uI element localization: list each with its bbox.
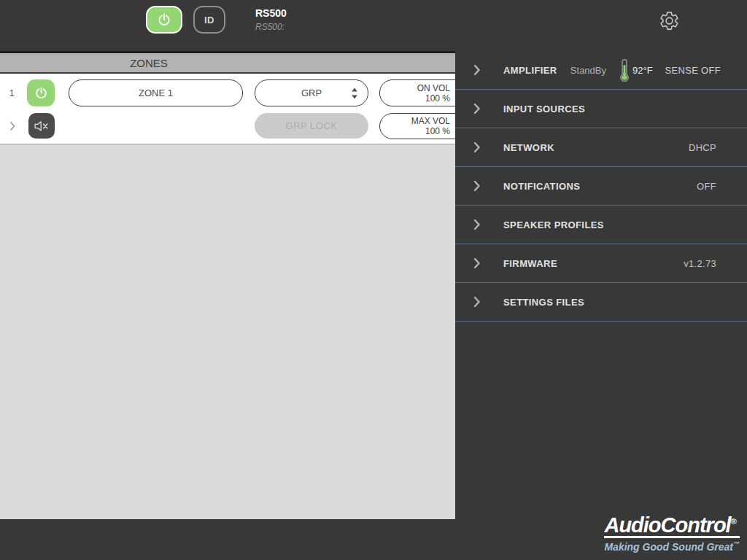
row-label: SPEAKER PROFILES [503, 219, 604, 230]
logo-text: AudioControl [604, 513, 730, 536]
group-lock-label: GRP LOCK [286, 120, 338, 131]
logo-underline [604, 536, 740, 538]
device-subtitle: RS500: [255, 22, 287, 32]
zones-panel: ZONES 1 GRP ON VOL 100 % [0, 51, 455, 519]
on-volume-label: ON VOL [417, 83, 450, 93]
select-arrows-icon [351, 88, 358, 99]
id-button[interactable]: ID [193, 6, 225, 34]
registered-mark: ® [731, 517, 737, 526]
zone-group-value: GRP [301, 88, 322, 98]
max-volume-value: 100 % [425, 126, 450, 136]
settings-row-input-sources[interactable]: INPUT SOURCES [455, 90, 747, 128]
row-label: NOTIFICATIONS [503, 181, 580, 192]
group-lock-button[interactable]: GRP LOCK [255, 113, 368, 139]
row-label: INPUT SOURCES [503, 104, 585, 114]
on-volume-button[interactable]: ON VOL 100 % [379, 79, 455, 106]
logo-wordmark: AudioControl® [604, 510, 740, 536]
chevron-right-icon [474, 219, 480, 230]
settings-row-speaker-profiles[interactable]: SPEAKER PROFILES [455, 206, 747, 244]
logo-tagline: Making Good Sound Great™ [604, 540, 740, 553]
id-button-label: ID [204, 15, 214, 26]
row-label: SETTINGS FILES [503, 297, 584, 308]
zone-number: 1 [4, 79, 19, 106]
audiocontrol-logo: AudioControl® Making Good Sound Great™ [604, 510, 740, 553]
chevron-right-icon [474, 181, 480, 191]
max-volume-label: MAX VOL [411, 116, 450, 126]
zone-expand-chevron[interactable] [6, 113, 19, 139]
zones-title: ZONES [130, 57, 168, 69]
amplifier-standby-status: StandBy [570, 65, 606, 76]
settings-row-network[interactable]: NETWORK DHCP [455, 128, 747, 167]
speaker-mute-icon [34, 120, 50, 133]
chevron-right-icon [474, 142, 480, 152]
device-info: RS500 RS500: [255, 7, 287, 32]
zone-power-button[interactable] [27, 79, 55, 106]
power-icon [157, 12, 171, 27]
device-name: RS500 [255, 7, 287, 19]
gear-icon [659, 10, 680, 31]
settings-row-settings-files[interactable]: SETTINGS FILES [455, 283, 747, 322]
row-value: OFF [697, 181, 716, 192]
chevron-right-icon [474, 258, 480, 268]
settings-row-firmware[interactable]: FIRMWARE v1.2.73 [455, 244, 747, 283]
amplifier-temperature: 92°F [632, 65, 653, 76]
settings-button[interactable] [657, 8, 681, 33]
settings-row-amplifier[interactable]: AMPLIFIER StandBy 92°F SENSE OFF [455, 51, 747, 90]
power-icon [34, 86, 48, 100]
amplifier-status: StandBy 92°F SENSE OFF [570, 58, 721, 82]
zone-mute-button[interactable] [28, 113, 55, 139]
row-label: AMPLIFIER [503, 65, 557, 76]
thermometer-icon [619, 58, 630, 82]
zones-header: ZONES [0, 51, 455, 74]
zone-group-select[interactable]: GRP [255, 79, 368, 106]
master-power-button[interactable] [146, 6, 182, 34]
chevron-right-icon [10, 122, 15, 131]
app-screen: ID RS500 RS500: ZONES 1 [0, 0, 747, 560]
row-value: DHCP [689, 142, 716, 153]
settings-panel: AMPLIFIER StandBy 92°F SENSE OFF [455, 51, 747, 322]
zone-name-input[interactable] [69, 79, 243, 106]
trademark-mark: ™ [733, 540, 740, 548]
top-bar: ID RS500 RS500: [0, 0, 747, 51]
chevron-right-icon [474, 65, 480, 75]
on-volume-value: 100 % [425, 93, 450, 104]
tagline-text: Making Good Sound Great [604, 541, 733, 553]
row-value: v1.2.73 [684, 258, 716, 269]
chevron-right-icon [474, 297, 480, 307]
row-label: FIRMWARE [503, 258, 557, 269]
settings-row-notifications[interactable]: NOTIFICATIONS OFF [455, 167, 747, 206]
row-label: NETWORK [503, 142, 554, 153]
chevron-right-icon [474, 104, 480, 114]
max-volume-button[interactable]: MAX VOL 100 % [379, 113, 455, 139]
amplifier-sense-status: SENSE OFF [665, 65, 721, 76]
